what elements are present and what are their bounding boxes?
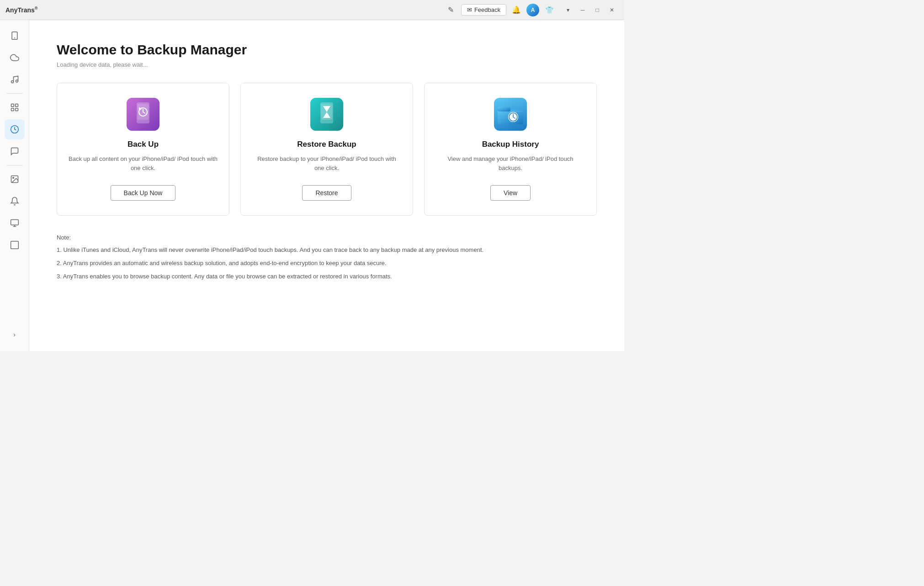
feedback-mail-icon: ✉	[467, 6, 472, 13]
sidebar-item-screen[interactable]	[5, 235, 25, 255]
edit-icon-button[interactable]: ✎	[445, 4, 457, 16]
app-title: AnyTrans®	[5, 6, 37, 14]
title-bar-right: ✎ ✉ Feedback 🔔 A 👕 ▾ ─ □ ✕	[445, 4, 619, 16]
feedback-button[interactable]: ✉ Feedback	[461, 4, 506, 16]
svg-point-3	[16, 80, 18, 82]
note-item-3: 3. AnyTrans enables you to browse backup…	[57, 272, 597, 282]
sidebar-item-backup[interactable]	[5, 119, 25, 139]
avatar[interactable]: A	[526, 4, 539, 16]
shirt-icon-button[interactable]: 👕	[543, 4, 556, 16]
svg-point-10	[12, 177, 13, 179]
backup-card-desc: Back up all content on your iPhone/iPad/…	[68, 154, 218, 172]
sidebar-bottom: ›	[5, 327, 25, 346]
svg-rect-11	[11, 220, 18, 225]
svg-rect-5	[15, 104, 18, 107]
page-subtitle: Loading device data, please wait...	[57, 61, 597, 68]
svg-point-2	[11, 81, 13, 83]
sidebar-item-cloud[interactable]	[5, 48, 25, 68]
svg-rect-7	[15, 108, 18, 111]
sidebar-item-phone[interactable]	[5, 26, 25, 46]
dropdown-button[interactable]: ▾	[561, 4, 575, 16]
backup-now-button[interactable]: Back Up Now	[111, 185, 176, 201]
sidebar-item-transfer[interactable]	[5, 97, 25, 117]
sidebar-item-alerts[interactable]	[5, 191, 25, 211]
title-bar-left: AnyTrans®	[5, 6, 37, 14]
notes-section: Note: 1. Unlike iTunes and iCloud, AnyTr…	[57, 234, 597, 281]
restore-card-desc: Restore backup to your iPhone/iPad/ iPod…	[252, 154, 402, 172]
title-bar: AnyTrans® ✎ ✉ Feedback 🔔 A 👕 ▾ ─ □ ✕	[0, 0, 624, 20]
svg-rect-4	[11, 104, 14, 107]
note-title: Note:	[57, 234, 597, 241]
view-button[interactable]: View	[490, 185, 531, 201]
restore-card-icon	[310, 98, 343, 131]
sidebar-item-apps[interactable]	[5, 213, 25, 233]
sidebar-item-photos[interactable]	[5, 169, 25, 189]
backup-card-title: Back Up	[127, 140, 159, 149]
svg-rect-14	[11, 241, 18, 249]
sidebar-divider-1	[6, 93, 23, 94]
restore-card-title: Restore Backup	[297, 140, 356, 149]
sidebar-expand-button[interactable]: ›	[5, 327, 25, 342]
history-card: Backup History View and manage your iPho…	[424, 83, 597, 216]
note-item-1: 1. Unlike iTunes and iCloud, AnyTrans wi…	[57, 245, 597, 255]
content-area: Welcome to Backup Manager Loading device…	[29, 20, 624, 351]
maximize-button[interactable]: □	[590, 4, 604, 16]
main-layout: › Welcome to Backup Manager Loading devi…	[0, 20, 624, 351]
sidebar-item-chat[interactable]	[5, 141, 25, 161]
history-card-desc: View and manage your iPhone/iPad/ iPod t…	[435, 154, 585, 172]
feedback-label: Feedback	[474, 6, 500, 13]
minimize-button[interactable]: ─	[576, 4, 589, 16]
note-item-2: 2. AnyTrans provides an automatic and wi…	[57, 259, 597, 268]
history-card-icon	[494, 98, 527, 131]
restore-button[interactable]: Restore	[302, 185, 351, 201]
window-controls: ▾ ─ □ ✕	[561, 4, 619, 16]
page-title: Welcome to Backup Manager	[57, 42, 597, 58]
backup-card-icon	[127, 98, 159, 131]
svg-rect-6	[11, 108, 14, 111]
restore-card: Restore Backup Restore backup to your iP…	[240, 83, 413, 216]
sidebar-item-music[interactable]	[5, 69, 25, 90]
history-card-title: Backup History	[482, 140, 539, 149]
sidebar: ›	[0, 20, 29, 351]
sidebar-divider-2	[6, 165, 23, 165]
svg-rect-23	[498, 107, 510, 112]
notification-icon-button[interactable]: 🔔	[510, 4, 523, 16]
cards-row: Back Up Back up all content on your iPho…	[57, 83, 597, 216]
close-button[interactable]: ✕	[605, 4, 619, 16]
backup-card: Back Up Back up all content on your iPho…	[57, 83, 229, 216]
